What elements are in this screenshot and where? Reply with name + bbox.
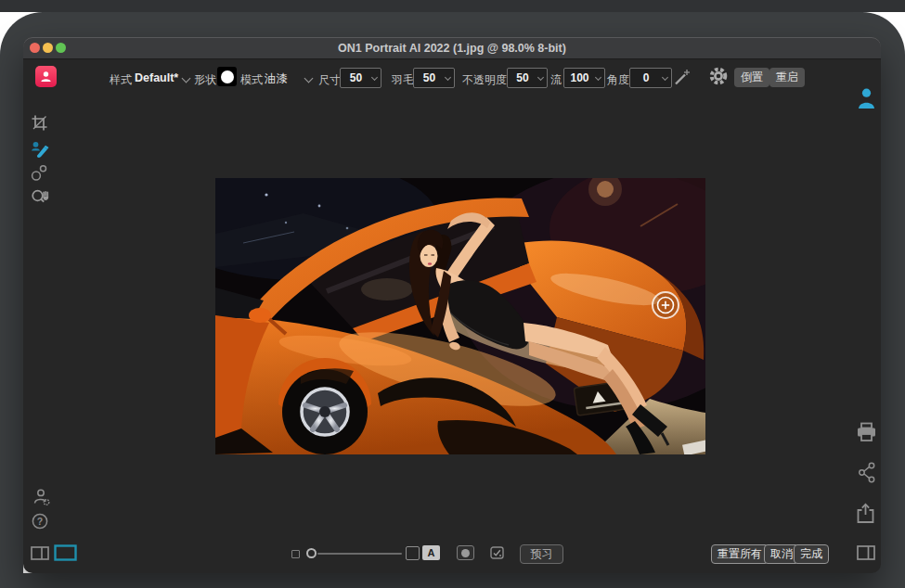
titlebar[interactable]: ON1 Portrait AI 2022 (1.jpg @ 98.0% 8-bi… [23,37,881,58]
invert-button[interactable]: 倒置 [734,68,769,87]
compare-view-icon[interactable]: A [422,545,440,560]
perfect-brush-wand-icon[interactable] [673,68,692,86]
gear-icon[interactable] [708,66,729,86]
chevron-down-icon[interactable] [371,74,378,81]
zoom-slider-track[interactable] [317,553,402,555]
desktop-menubar [0,0,905,12]
chevron-down-icon[interactable] [182,74,191,83]
help-icon[interactable]: ? [32,513,48,530]
mask-circles-tool[interactable] [31,164,48,182]
account-gear-icon[interactable] [33,488,51,506]
opacity-label: 不透明度 [462,72,507,88]
person-icon [39,70,53,83]
mask-overlay-icon[interactable] [457,545,474,560]
share-icon[interactable] [858,462,876,483]
photo-canvas[interactable] [215,178,705,454]
crop-tool[interactable] [31,114,48,132]
soft-proof-icon[interactable] [490,546,504,559]
shape-label: 形状 [194,72,216,88]
chevron-down-icon[interactable] [662,74,668,81]
flow-label: 流 [550,72,562,88]
done-button[interactable]: 完成 [794,544,829,564]
mode-label: 模式 [240,72,263,88]
brush-cursor-icon [650,289,681,321]
feather-input[interactable]: 50 [413,68,455,88]
portrait-panel-icon[interactable] [857,87,876,110]
feather-label: 羽毛 [392,72,414,88]
mask-view-icon[interactable] [406,546,420,560]
zoom-pan-tool[interactable] [31,188,51,207]
split-view-icon[interactable] [31,546,49,560]
brush-shape-swatch[interactable] [217,67,237,86]
brush-shape-circle [221,70,234,83]
portrait-app-icon [35,66,57,87]
style-value[interactable]: Default* [135,71,178,84]
export-icon[interactable] [856,503,875,524]
restart-button[interactable]: 重启 [769,68,805,87]
single-view-icon[interactable] [54,544,77,561]
style-label: 样式 [110,72,132,88]
size-label: 尺寸 [318,72,341,88]
flow-input[interactable]: 100 [563,68,605,88]
chevron-down-icon[interactable] [304,74,314,83]
reset-all-button[interactable]: 重置所有 [711,544,769,564]
photo-image [215,178,705,454]
chevron-down-icon[interactable] [595,74,601,81]
mask-overlay-circle [461,549,470,557]
zoom-out-icon[interactable] [291,550,300,558]
zoom-slider-knob[interactable] [306,548,317,558]
angle-label: 角度 [607,72,629,88]
svg-text:?: ? [37,516,43,527]
angle-input[interactable]: 0 [629,68,672,88]
mode-value[interactable]: 油漆 [265,71,288,87]
print-icon[interactable] [856,422,877,442]
panel-toggle-icon[interactable] [857,545,875,560]
size-input[interactable]: 50 [340,68,381,88]
chevron-down-icon[interactable] [445,74,451,81]
preview-button[interactable]: 预习 [520,544,563,564]
portrait-brush-tool[interactable] [31,140,50,160]
chevron-down-icon[interactable] [537,74,544,81]
opacity-input[interactable]: 50 [507,68,548,88]
window-title: ON1 Portrait AI 2022 (1.jpg @ 98.0% 8-bi… [23,42,881,55]
app-window: ON1 Portrait AI 2022 (1.jpg @ 98.0% 8-bi… [23,37,881,573]
